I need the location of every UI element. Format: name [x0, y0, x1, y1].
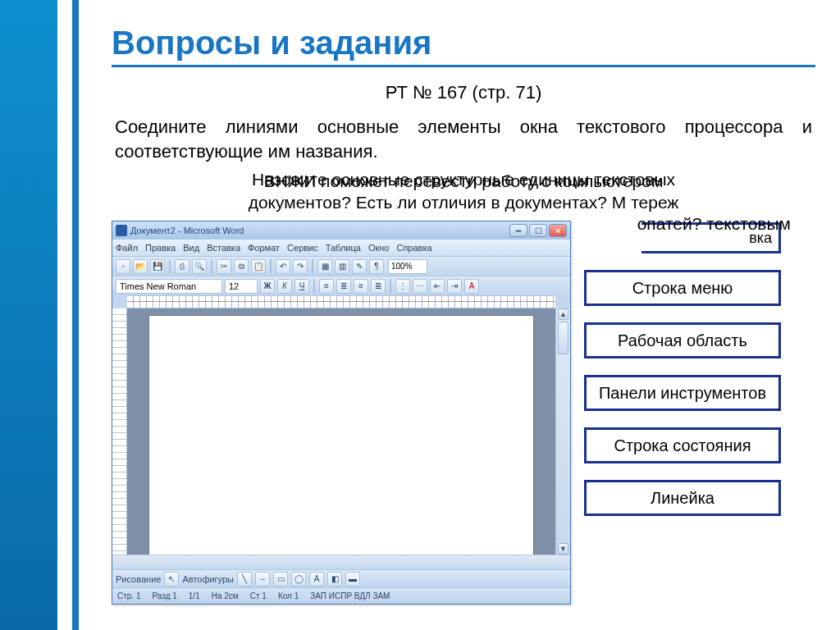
- align-right-icon[interactable]: ≡: [354, 279, 368, 294]
- word-window: Документ2 - Microsoft Word ━ ☐ ✕ Файл Пр…: [112, 221, 571, 605]
- font-name-field[interactable]: Times New Roman: [116, 279, 222, 294]
- status-line: Ст 1: [250, 591, 267, 600]
- align-left-icon[interactable]: ≡: [319, 279, 334, 294]
- autoshapes-dropdown[interactable]: Автофигуры: [182, 574, 234, 584]
- label-workspace[interactable]: Рабочая область: [584, 322, 781, 358]
- table-icon[interactable]: ▦: [317, 259, 332, 274]
- scroll-up-icon[interactable]: ▲: [558, 308, 568, 320]
- formatting-toolbar[interactable]: Times New Roman 12 Ж К Ч ≡ ≣ ≡ ≣ ⋮ ⋯ ⇤ ⇥…: [112, 276, 570, 295]
- fill-color-icon[interactable]: ◧: [327, 572, 342, 587]
- open-icon[interactable]: 📂: [133, 259, 148, 274]
- drawing-icon[interactable]: ✎: [352, 259, 367, 274]
- status-modes: ЗАП ИСПР ВДЛ ЗАМ: [310, 591, 390, 600]
- overlap-2: ВНЖИ поможет перевести работу с компьюте…: [112, 170, 815, 192]
- vertical-scrollbar[interactable]: ▲ ▼: [555, 308, 570, 555]
- bullets-icon[interactable]: ⋮: [395, 279, 410, 294]
- status-pages: 1/1: [189, 591, 200, 600]
- menu-tools[interactable]: Сервис: [287, 243, 318, 253]
- menu-format[interactable]: Формат: [248, 243, 280, 253]
- status-page: Стр. 1: [117, 591, 140, 600]
- label-menu-bar[interactable]: Строка меню: [584, 270, 781, 306]
- horizontal-scrollbar[interactable]: [112, 555, 570, 569]
- accent-bar: [0, 0, 57, 630]
- labels-column: вка Строка меню Рабочая область Панели и…: [584, 221, 781, 516]
- overlap-4: опатей? текстовым: [637, 212, 791, 235]
- label-status-bar[interactable]: Строка состояния: [584, 427, 781, 463]
- slide-content: Вопросы и задания РТ № 167 (стр. 71) Сое…: [79, 0, 840, 630]
- minimize-button[interactable]: ━: [509, 224, 527, 237]
- menu-insert[interactable]: Вставка: [207, 243, 240, 253]
- label-ruler[interactable]: Линейка: [584, 480, 781, 516]
- zoom-field[interactable]: 100%: [388, 259, 427, 274]
- underline-icon[interactable]: Ч: [294, 279, 309, 294]
- title-underline: [112, 65, 815, 67]
- status-bar: Стр. 1 Разд 1 1/1 На 2см Ст 1 Кол 1 ЗАП …: [112, 587, 570, 604]
- close-button[interactable]: ✕: [549, 224, 567, 237]
- scroll-down-icon[interactable]: ▼: [558, 543, 568, 555]
- justify-icon[interactable]: ≣: [371, 279, 386, 294]
- line-color-icon[interactable]: ▬: [345, 572, 360, 587]
- overlapped-text: Назовите основные структурные единицы те…: [112, 168, 815, 221]
- instruction-text: Соедините линиями основные элементы окна…: [112, 115, 815, 163]
- preview-icon[interactable]: 🔍: [192, 259, 207, 274]
- align-center-icon[interactable]: ≣: [336, 279, 351, 294]
- save-icon[interactable]: 💾: [150, 259, 165, 274]
- window-title: Документ2 - Microsoft Word: [130, 226, 244, 235]
- rect-shape-icon[interactable]: ▭: [273, 572, 288, 587]
- bold-icon[interactable]: Ж: [260, 279, 275, 294]
- titlebar[interactable]: Документ2 - Microsoft Word ━ ☐ ✕: [112, 221, 570, 240]
- menu-view[interactable]: Вид: [183, 243, 199, 253]
- status-at: На 2см: [212, 591, 239, 600]
- font-size-field[interactable]: 12: [225, 279, 258, 294]
- italic-icon[interactable]: К: [277, 279, 292, 294]
- label-toolbars[interactable]: Панели инструментов: [584, 375, 781, 411]
- columns-icon[interactable]: ▥: [335, 259, 349, 274]
- new-icon[interactable]: ▫: [116, 259, 130, 274]
- word-app-icon: [116, 225, 127, 236]
- numbering-icon[interactable]: ⋯: [413, 279, 427, 294]
- accent-line: [72, 0, 79, 630]
- arrow-shape-icon[interactable]: →: [255, 572, 270, 587]
- paste-icon[interactable]: 📋: [251, 259, 266, 274]
- status-section: Разд 1: [152, 591, 176, 600]
- document-area: ▲ ▼: [112, 308, 570, 555]
- print-icon[interactable]: ⎙: [175, 259, 189, 274]
- overlap-3: документов? Есть ли отличия в документах…: [112, 191, 815, 213]
- textbox-icon[interactable]: A: [309, 572, 324, 587]
- window-controls: ━ ☐ ✕: [509, 224, 567, 237]
- menu-file[interactable]: Файл: [116, 243, 138, 253]
- outdent-icon[interactable]: ⇤: [430, 279, 445, 294]
- copy-icon[interactable]: ⧉: [234, 259, 249, 274]
- menu-edit[interactable]: Правка: [145, 243, 176, 253]
- reference-text: РТ № 167 (стр. 71): [112, 82, 815, 103]
- font-color-icon[interactable]: A: [464, 279, 479, 294]
- indent-icon[interactable]: ⇥: [447, 279, 462, 294]
- drawing-label[interactable]: Рисование: [116, 574, 161, 584]
- status-col: Кол 1: [278, 591, 299, 600]
- standard-toolbar[interactable]: ▫ 📂 💾 ⎙ 🔍 ✂ ⧉ 📋 ↶ ↷ ▦ ▥ ✎ ¶ 100%: [112, 256, 570, 276]
- drawing-toolbar[interactable]: Рисование ↖ Автофигуры ╲ → ▭ ◯ A ◧ ▬: [112, 569, 570, 587]
- undo-icon[interactable]: ↶: [276, 259, 290, 274]
- oval-shape-icon[interactable]: ◯: [291, 572, 306, 587]
- pointer-icon[interactable]: ↖: [164, 572, 179, 587]
- menu-table[interactable]: Таблица: [326, 243, 361, 253]
- paragraph-icon[interactable]: ¶: [369, 259, 384, 274]
- maximize-button[interactable]: ☐: [529, 224, 547, 237]
- document-page[interactable]: [148, 315, 534, 555]
- vertical-ruler[interactable]: [112, 308, 127, 555]
- redo-icon[interactable]: ↷: [293, 259, 308, 274]
- accent-gap: [57, 0, 72, 630]
- page-title: Вопросы и задания: [112, 25, 815, 62]
- horizontal-ruler[interactable]: [127, 295, 555, 308]
- menu-bar[interactable]: Файл Правка Вид Вставка Формат Сервис Та…: [112, 240, 570, 256]
- menu-help[interactable]: Справка: [396, 243, 431, 253]
- menu-window[interactable]: Окно: [368, 243, 390, 253]
- scrollbar-thumb[interactable]: [558, 322, 568, 354]
- cut-icon[interactable]: ✂: [217, 259, 231, 274]
- line-shape-icon[interactable]: ╲: [237, 572, 252, 587]
